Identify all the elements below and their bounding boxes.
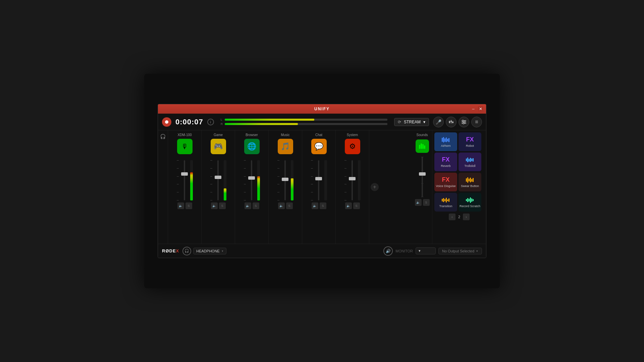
channel-chat-fader-area bbox=[304, 157, 334, 200]
trollololl-button[interactable]: Trollololl bbox=[459, 153, 481, 171]
svg-rect-41 bbox=[467, 198, 468, 202]
sounds-solo[interactable]: S bbox=[423, 199, 430, 206]
sounds-panel: Sounds bbox=[412, 130, 432, 244]
channel-music-icon[interactable]: 🎵 bbox=[278, 139, 293, 154]
channel-xdm100-mute[interactable]: 🔈 bbox=[177, 202, 184, 209]
channel-xdm100-solo[interactable]: S bbox=[185, 202, 192, 209]
channel-browser-icon[interactable]: 🌐 bbox=[244, 139, 260, 154]
svg-rect-30 bbox=[469, 179, 470, 181]
channel-chat-fader[interactable] bbox=[315, 160, 322, 200]
channel-chat-mute[interactable]: 🔈 bbox=[312, 202, 318, 209]
info-button[interactable]: i bbox=[207, 119, 214, 125]
page-prev-button[interactable]: ‹ bbox=[449, 214, 455, 220]
channel-game-fader[interactable] bbox=[214, 160, 222, 200]
airhorn-button[interactable]: Airhorn bbox=[434, 132, 457, 151]
channel-music: Music 🎵 bbox=[269, 130, 302, 244]
top-bar: 0:00:07 i L R ⟳ bbox=[158, 114, 486, 130]
channel-music-fader[interactable] bbox=[281, 160, 289, 200]
settings-button[interactable] bbox=[459, 117, 469, 127]
channel-chat-solo[interactable]: S bbox=[320, 202, 326, 209]
stream-arrow: ▾ bbox=[423, 120, 425, 124]
channel-xdm100-icon[interactable]: 🎙 bbox=[177, 139, 193, 154]
channel-game-icon[interactable]: 🎮 bbox=[211, 139, 226, 154]
vu-xdm100 bbox=[190, 160, 193, 200]
page-controls: ‹ 2 › bbox=[434, 214, 484, 220]
channel-music-solo[interactable]: S bbox=[286, 202, 293, 209]
transition-label: Transition bbox=[439, 204, 452, 208]
no-output-selector[interactable]: No Output Selected ▾ bbox=[438, 248, 482, 254]
channel-system-icon[interactable]: ⚙ bbox=[345, 139, 360, 154]
record-button[interactable] bbox=[162, 117, 171, 127]
no-output-arrow: ▾ bbox=[476, 249, 478, 253]
channel-system-solo[interactable]: S bbox=[353, 202, 360, 209]
stream-selector[interactable]: ⟳ STREAM ▾ bbox=[394, 118, 429, 126]
channel-browser-footer: 🔈 S bbox=[245, 202, 259, 209]
svg-rect-14 bbox=[422, 144, 424, 149]
fader-handle-music[interactable] bbox=[282, 178, 288, 181]
page-number: 2 bbox=[457, 215, 462, 219]
sounds-label: Sounds bbox=[417, 133, 428, 137]
mixer-button[interactable] bbox=[446, 117, 457, 127]
svg-rect-34 bbox=[442, 199, 443, 201]
svg-rect-31 bbox=[470, 178, 471, 182]
channel-browser-solo[interactable]: S bbox=[253, 202, 259, 209]
sounds-fader[interactable] bbox=[419, 157, 426, 197]
mic-button[interactable]: 🎤 bbox=[433, 117, 444, 127]
menu-button[interactable]: ≡ bbox=[471, 117, 482, 127]
swear-button-label: Swear Button bbox=[461, 184, 479, 188]
channel-browser-fader[interactable] bbox=[248, 160, 255, 200]
headphone-dropdown[interactable]: HEADPHONE ▾ bbox=[193, 248, 226, 254]
monitor-section: 🔊 MONITOR ▾ No Output Selected ▾ bbox=[383, 246, 482, 256]
fader-handle-chat[interactable] bbox=[315, 177, 322, 180]
fader-handle-system[interactable] bbox=[349, 177, 356, 180]
svg-rect-13 bbox=[421, 143, 422, 149]
sounds-button[interactable] bbox=[416, 139, 429, 153]
monitor-dropdown[interactable]: ▾ bbox=[416, 247, 436, 254]
channel-game: Game 🎮 bbox=[202, 130, 235, 244]
level-l-label: L bbox=[221, 118, 223, 121]
svg-rect-35 bbox=[443, 198, 444, 202]
channel-xdm100-fader[interactable] bbox=[181, 160, 188, 200]
channel-game-mute[interactable]: 🔈 bbox=[211, 202, 218, 209]
airhorn-icon bbox=[441, 136, 450, 143]
robot-label: Robot bbox=[466, 144, 474, 147]
headphone-icon: 🎧 bbox=[160, 134, 166, 139]
robot-button[interactable]: FX Robot bbox=[459, 132, 481, 151]
sounds-mute[interactable]: 🔈 bbox=[415, 199, 422, 206]
svg-rect-27 bbox=[473, 158, 474, 162]
svg-point-11 bbox=[463, 123, 464, 124]
record-scratch-button[interactable]: Record Scratch bbox=[459, 193, 481, 212]
channel-system-fader[interactable] bbox=[348, 160, 356, 200]
channel-chat-icon[interactable]: 💬 bbox=[311, 139, 327, 154]
reverb-button[interactable]: FX Reverb bbox=[434, 153, 457, 171]
svg-rect-3 bbox=[449, 122, 450, 122]
channel-music-footer: 🔈 S bbox=[278, 202, 293, 209]
monitor-volume-button[interactable]: 🔊 bbox=[383, 246, 393, 256]
toolbar-right: 🎤 bbox=[433, 117, 482, 127]
svg-rect-25 bbox=[470, 158, 471, 162]
vu-chat bbox=[324, 160, 327, 200]
channel-game-solo[interactable]: S bbox=[219, 202, 226, 209]
rode-logo: RØDEX bbox=[162, 248, 179, 253]
svg-rect-33 bbox=[473, 178, 474, 182]
voice-disguise-button[interactable]: FX Voice Disguise bbox=[434, 173, 457, 191]
fader-handle-xdm100[interactable] bbox=[181, 172, 188, 176]
swear-button-btn[interactable]: Swear Button bbox=[459, 173, 481, 191]
transition-button[interactable]: Transition bbox=[434, 193, 457, 212]
channel-system-mute[interactable]: 🔈 bbox=[345, 202, 352, 209]
record-scratch-label: Record Scratch bbox=[460, 204, 480, 208]
channel-music-mute[interactable]: 🔈 bbox=[278, 202, 285, 209]
svg-rect-4 bbox=[450, 121, 452, 122]
channel-browser-mute[interactable]: 🔈 bbox=[245, 202, 251, 209]
svg-rect-37 bbox=[446, 198, 447, 202]
channel-browser-fader-area bbox=[236, 157, 267, 200]
minimize-button[interactable]: ─ bbox=[471, 106, 476, 112]
fader-handle-browser[interactable] bbox=[248, 176, 255, 180]
add-channel-button[interactable]: + bbox=[371, 183, 379, 191]
close-button[interactable]: ✕ bbox=[478, 106, 483, 112]
fader-handle-game[interactable] bbox=[215, 176, 221, 179]
headphone-selector-icon[interactable]: 🎧 bbox=[182, 247, 191, 255]
svg-rect-12 bbox=[419, 145, 420, 149]
sounds-fader-handle[interactable] bbox=[419, 172, 426, 176]
page-next-button[interactable]: › bbox=[463, 214, 470, 220]
